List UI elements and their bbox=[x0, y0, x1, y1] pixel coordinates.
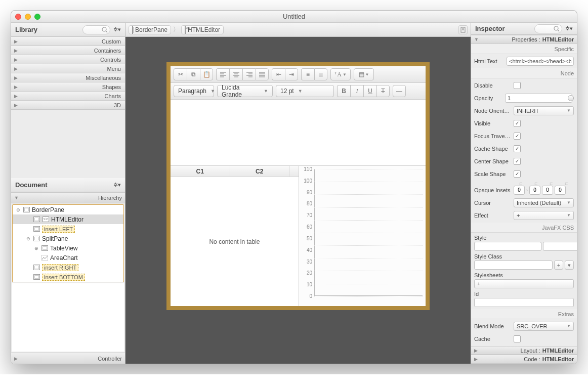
disclosure-collapse-icon[interactable]: ⊖ bbox=[16, 207, 21, 212]
breadcrumb-item-htmleditor[interactable]: HTMLEditor bbox=[181, 25, 224, 34]
paragraph-combo[interactable]: Paragraph▼ bbox=[174, 85, 214, 97]
opacity-field[interactable] bbox=[505, 94, 572, 103]
library-category-charts[interactable]: ▶Charts bbox=[11, 92, 125, 101]
effect-combo[interactable]: +▼ bbox=[514, 211, 574, 220]
library-category-shapes[interactable]: ▶Shapes bbox=[11, 82, 125, 92]
node-orientation-combo[interactable]: INHERIT▼ bbox=[514, 106, 574, 115]
blendmode-combo[interactable]: SRC_OVER▼ bbox=[514, 322, 574, 331]
properties-section-header[interactable]: ▼ Properties : HTMLEditor bbox=[471, 35, 577, 44]
library-category-custom[interactable]: ▶Custom bbox=[11, 37, 125, 46]
fg-color-button[interactable]: ᵀA▼ bbox=[330, 68, 351, 80]
css-analyzer-button[interactable] bbox=[458, 25, 468, 34]
gridline bbox=[314, 271, 423, 271]
align-center-button[interactable] bbox=[229, 68, 242, 80]
library-category-menu[interactable]: ▶Menu bbox=[11, 64, 125, 73]
svg-line-1 bbox=[106, 31, 107, 32]
library-category-containers[interactable]: ▶Containers bbox=[11, 46, 125, 55]
table-column-1[interactable]: C1 bbox=[171, 166, 230, 177]
id-field[interactable] bbox=[474, 298, 574, 307]
outdent-button[interactable]: ⇤ bbox=[272, 68, 285, 80]
html-text-field[interactable] bbox=[507, 57, 574, 66]
cache-checkbox[interactable] bbox=[514, 335, 521, 342]
visible-checkbox[interactable]: ✓ bbox=[514, 120, 521, 127]
tree-item-insert-left[interactable]: insert LEFT bbox=[13, 224, 123, 234]
table-column-2[interactable]: C2 bbox=[230, 166, 290, 177]
align-justify-button[interactable] bbox=[256, 68, 269, 80]
copy-button[interactable]: ⧉ bbox=[187, 68, 200, 80]
scale-shape-checkbox[interactable]: ✓ bbox=[514, 170, 521, 178]
styleclass-field[interactable] bbox=[474, 261, 553, 270]
bullet-list-button[interactable]: ≡ bbox=[301, 68, 314, 80]
hierarchy-section-header[interactable]: ▼ Hierarchy bbox=[11, 192, 125, 203]
layout-icon bbox=[33, 264, 40, 271]
number-list-button[interactable]: ≣ bbox=[314, 68, 327, 80]
cursor-combo[interactable]: Inherited (Default)▼ bbox=[514, 198, 574, 207]
group-javafxcss: JavaFX CSS bbox=[471, 223, 577, 233]
cache-shape-checkbox[interactable]: ✓ bbox=[514, 145, 521, 152]
library-category-miscellaneous[interactable]: ▶Miscellaneous bbox=[11, 73, 125, 82]
y-tick-label: 100 bbox=[304, 178, 312, 183]
disclosure-collapse-icon[interactable]: ⊖ bbox=[26, 236, 31, 241]
underline-button[interactable]: U bbox=[363, 85, 376, 97]
indent-button[interactable]: ⇥ bbox=[285, 68, 298, 80]
bold-button[interactable]: B bbox=[337, 85, 350, 97]
inset-left-field[interactable] bbox=[555, 186, 566, 195]
library-header: Library ✲▾ bbox=[11, 23, 125, 37]
tree-item-areachart[interactable]: AreaChart bbox=[13, 253, 123, 263]
styleclass-add-button[interactable]: + bbox=[554, 261, 563, 270]
tree-item-tableview[interactable]: ⊕ TableView bbox=[13, 243, 123, 253]
layout-section-header[interactable]: ▶ Layout : HTMLEditor bbox=[471, 346, 577, 355]
tree-item-insert-right[interactable]: insert RIGHT bbox=[13, 263, 123, 272]
gridline bbox=[314, 233, 423, 233]
strike-button[interactable]: T bbox=[376, 85, 390, 97]
document-icon bbox=[460, 27, 466, 33]
inset-top-field[interactable] bbox=[514, 186, 525, 195]
focus-traversable-checkbox[interactable]: ✓ bbox=[514, 133, 521, 140]
copy-icon: ⧉ bbox=[191, 71, 196, 78]
tree-item-splitpane[interactable]: ⊖ SplitPane bbox=[13, 234, 123, 243]
library-search-input[interactable] bbox=[82, 25, 110, 34]
styleclass-menu-button[interactable]: ▾ bbox=[565, 261, 574, 270]
center-shape-checkbox[interactable]: ✓ bbox=[514, 158, 521, 165]
bg-color-button[interactable]: ▤▼ bbox=[354, 68, 374, 80]
chevron-right-icon: ▶ bbox=[14, 39, 18, 44]
disable-checkbox[interactable] bbox=[514, 82, 521, 89]
inset-bottom-field[interactable] bbox=[542, 186, 553, 195]
style-value-field[interactable] bbox=[543, 242, 577, 251]
size-combo[interactable]: 12 pt▼ bbox=[276, 85, 334, 97]
inspector-search-input[interactable] bbox=[534, 24, 562, 33]
document-menu-button[interactable]: ✲▾ bbox=[113, 182, 121, 188]
library-menu-button[interactable]: ✲▾ bbox=[113, 26, 121, 33]
stylesheets-combo[interactable]: + bbox=[474, 279, 574, 288]
italic-button[interactable]: I bbox=[350, 85, 363, 97]
design-canvas[interactable]: ✂ ⧉ 📋 ⇤ ⇥ bbox=[125, 37, 471, 364]
disclosure-expand-icon[interactable]: ⊕ bbox=[34, 246, 39, 251]
hr-button[interactable]: — bbox=[393, 85, 406, 97]
gridline bbox=[314, 296, 423, 297]
chevron-right-icon: 〉 bbox=[173, 25, 179, 34]
breadcrumb-item-borderpane[interactable]: BorderPane bbox=[129, 25, 171, 34]
align-left-button[interactable] bbox=[216, 68, 229, 80]
underline-icon: U bbox=[368, 88, 372, 95]
code-section-header[interactable]: ▶ Code : HTMLEditor bbox=[471, 355, 577, 364]
cut-button[interactable]: ✂ bbox=[174, 68, 187, 80]
style-key-field[interactable] bbox=[474, 242, 541, 251]
html-edit-area[interactable] bbox=[171, 100, 426, 165]
inspector-menu-button[interactable]: ✲▾ bbox=[565, 25, 573, 32]
font-combo[interactable]: Lucida Grande▼ bbox=[217, 85, 273, 97]
library-category-3d[interactable]: ▶3D bbox=[11, 101, 125, 110]
align-right-button[interactable] bbox=[242, 68, 256, 80]
library-category-controls[interactable]: ▶Controls bbox=[11, 55, 125, 64]
controller-section-header[interactable]: ▶ Controller bbox=[11, 353, 125, 364]
paste-button[interactable]: 📋 bbox=[200, 68, 213, 80]
tree-item-htmleditor[interactable]: HTMLEditor bbox=[13, 214, 123, 224]
chevron-down-icon: ▼ bbox=[14, 195, 19, 200]
chevron-down-icon: ▼ bbox=[567, 213, 571, 218]
inset-right-field[interactable] bbox=[529, 186, 540, 195]
gridline bbox=[314, 284, 423, 284]
tree-item-borderpane[interactable]: ⊖ BorderPane bbox=[13, 205, 123, 214]
svg-point-22 bbox=[554, 26, 558, 30]
tree-item-insert-bottom[interactable]: insert BOTTOM bbox=[13, 272, 123, 282]
areachart-preview[interactable]: 0102030405060708090100110 bbox=[299, 166, 426, 306]
tableview-preview[interactable]: C1 C2 No content in table bbox=[171, 166, 299, 306]
